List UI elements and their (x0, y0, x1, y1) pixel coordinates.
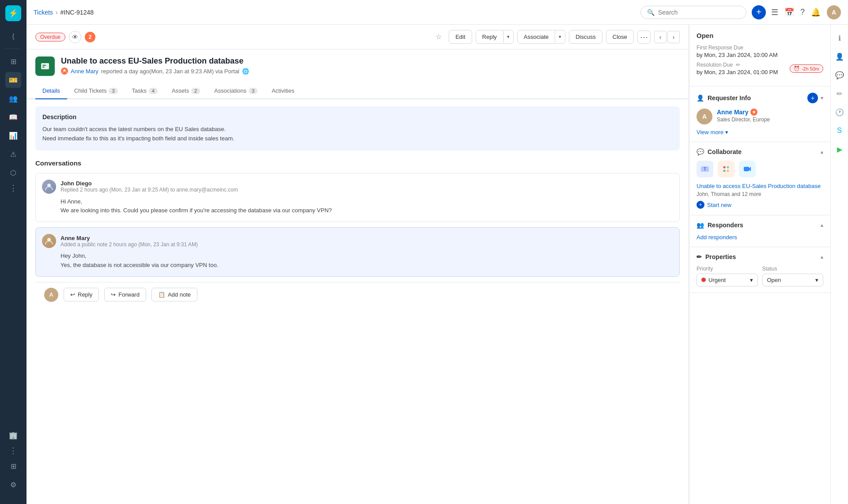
reply-main-button[interactable]: Reply (476, 30, 503, 43)
conv-body-john-line1: Hi Anne, (61, 197, 673, 207)
conversation-item: Anne Mary Added a public note 2 hours ag… (35, 227, 680, 277)
notification-count-badge[interactable]: 2 (85, 32, 95, 42)
pencil-icon[interactable]: ✏ (833, 87, 846, 100)
tab-associations[interactable]: Associations3 (207, 83, 265, 99)
nav-icon-reports[interactable]: 📊 (5, 128, 21, 143)
nav-bottom-dots[interactable]: ⋮ (9, 446, 17, 455)
next-ticket-button[interactable]: › (667, 31, 680, 43)
chevron-down-icon: ▾ (725, 129, 728, 135)
svg-point-11 (727, 170, 729, 172)
calendar-icon[interactable]: 📅 (784, 8, 794, 17)
start-new-button[interactable]: + Start new (697, 201, 823, 209)
app-logo: ⚡ (5, 5, 21, 21)
tab-activities[interactable]: Activities (265, 83, 301, 99)
zoom-icon[interactable] (739, 161, 756, 177)
associate-main-button[interactable]: Associate (518, 30, 555, 43)
clock-icon[interactable]: 🕐 (833, 106, 846, 118)
associate-dropdown-button[interactable]: ▾ (555, 31, 565, 43)
priority-select[interactable]: Urgent ▾ (697, 274, 758, 286)
ticket-type-icon (35, 56, 55, 76)
person-icon[interactable]: 👤 (833, 50, 846, 63)
breadcrumb-tickets-link[interactable]: Tickets (34, 9, 53, 16)
reply-icon: ↩ (70, 291, 75, 298)
requester-collapse-chevron[interactable]: ▾ (821, 95, 823, 101)
nav-more-dots[interactable]: ⋮ (9, 183, 17, 193)
conv-avatar-john (42, 180, 56, 194)
add-note-button[interactable]: 📋 Add note (151, 288, 197, 301)
right-panel: Open First Response Due by Mon, 23 Jan 2… (689, 25, 830, 504)
conv-time-john: Replied 2 hours ago (Mon, 23 Jan at 9:25… (61, 187, 238, 193)
ticket-title: Unable to access EU-Sales Production dat… (61, 56, 680, 66)
status-label: Status (762, 266, 824, 272)
collab-meeting-link[interactable]: Unable to access EU-Sales Production dat… (697, 183, 823, 189)
info-icon[interactable]: ℹ (833, 32, 846, 44)
nav-icon-apps[interactable]: ⬡ (5, 165, 21, 181)
nav-icon-solutions[interactable]: 📖 (5, 109, 21, 125)
add-responders-button[interactable]: Add responders (697, 234, 823, 241)
top-header: Tickets › #INC-91248 🔍 + ☰ 📅 ? 🔔 A (26, 0, 848, 25)
nav-icon-modules[interactable]: ⊞ (5, 458, 21, 474)
reporter-name[interactable]: Anne Mary (71, 68, 98, 75)
responders-section-icon: 👥 (697, 222, 704, 229)
globe-icon[interactable]: 🌐 (242, 68, 249, 75)
nav-icon-contacts[interactable]: 👥 (5, 90, 21, 106)
search-icon: 🔍 (647, 9, 655, 16)
user-avatar[interactable]: A (827, 5, 841, 19)
notifications-icon[interactable]: 🔔 (811, 8, 821, 17)
tab-details[interactable]: Details (35, 83, 67, 99)
chat-icon[interactable]: 💬 (833, 69, 846, 81)
list-view-icon[interactable]: ☰ (771, 8, 778, 17)
search-input[interactable] (658, 9, 740, 16)
status-select[interactable]: Open ▾ (762, 274, 824, 286)
ticket-meta: Anne Mary reported a day ago(Mon, 23 Jan… (61, 68, 680, 75)
conv-body-john-line2: We are looking into this. Could you plea… (61, 206, 673, 215)
nav-icon-alerts[interactable]: ⚠ (5, 146, 21, 162)
properties-collapse-chevron[interactable]: ▴ (821, 254, 823, 260)
watch-button[interactable]: 👁 (69, 31, 81, 43)
star-button[interactable]: ☆ (432, 30, 445, 44)
properties-section-title: Properties (705, 253, 736, 260)
tab-tasks[interactable]: Tasks4 (125, 83, 165, 99)
add-requester-button[interactable]: + (807, 93, 818, 103)
conv-time-anne: Added a public note 2 hours ago (Mon, 23… (61, 241, 198, 248)
description-line1: Our team couldn't access the latest numb… (42, 125, 673, 134)
nav-icon-dashboard[interactable]: ⊞ (5, 53, 21, 69)
discuss-button[interactable]: Discuss (569, 30, 602, 44)
tab-child-tickets[interactable]: Child Tickets3 (67, 83, 125, 99)
reply-button[interactable]: ↩ Reply (64, 288, 99, 301)
breadcrumb-separator: › (56, 9, 58, 16)
requester-name[interactable]: Anne Mary ★ (717, 109, 823, 116)
collaborate-icons: T (697, 161, 823, 177)
svg-point-10 (723, 170, 726, 172)
add-button[interactable]: + (752, 5, 766, 19)
status-chevron-icon: ▾ (815, 277, 818, 283)
requester-role: Sales Director, Europe (717, 117, 823, 123)
teams-icon[interactable]: T (697, 161, 713, 177)
nav-icon-settings[interactable]: ⚙ (5, 477, 21, 493)
forward-button[interactable]: ↪ Forward (104, 288, 146, 301)
close-button[interactable]: Close (606, 30, 634, 44)
reporter-badge-icon (61, 68, 68, 75)
search-box[interactable]: 🔍 (640, 6, 746, 19)
reply-dropdown-button[interactable]: ▾ (503, 31, 513, 43)
nav-icon-contacts2[interactable]: 🏢 (5, 427, 21, 443)
responders-collapse-chevron[interactable]: ▴ (821, 222, 823, 228)
nav-icon-tickets[interactable]: 🎫 (5, 72, 21, 88)
view-more-button[interactable]: View more ▾ (697, 129, 823, 135)
edit-button[interactable]: Edit (449, 30, 472, 44)
prev-ticket-button[interactable]: ‹ (654, 31, 666, 43)
slack-icon[interactable] (718, 161, 734, 177)
priority-label: Priority (697, 266, 758, 272)
edit-resolution-icon[interactable]: ✏ (736, 62, 740, 68)
status-card: Open First Response Due by Mon, 23 Jan 2… (689, 25, 830, 87)
nav-icon-collapse[interactable]: ⟨ (5, 28, 21, 44)
svg-point-9 (727, 166, 729, 169)
first-response-value: by Mon, 23 Jan 2024, 10:00 AM (697, 52, 823, 58)
collaborate-collapse-chevron[interactable]: ▴ (821, 149, 823, 155)
more-options-button[interactable]: ⋯ (637, 30, 651, 44)
tab-assets[interactable]: Assets2 (165, 83, 207, 99)
skype-icon[interactable]: S (833, 124, 846, 137)
video-icon[interactable]: ▶ (833, 143, 846, 155)
conv-name-anne: Anne Mary (61, 235, 198, 241)
help-icon[interactable]: ? (800, 8, 805, 17)
